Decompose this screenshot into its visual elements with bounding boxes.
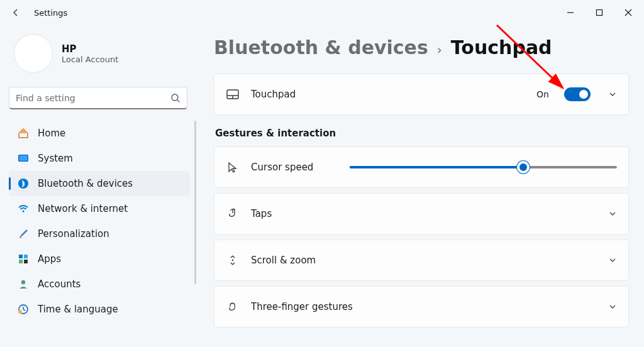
profile-name: HP <box>62 43 118 55</box>
sidebar-item-label: System <box>38 153 73 164</box>
svg-point-20 <box>232 260 233 261</box>
chevron-down-icon[interactable] <box>608 256 617 265</box>
sidebar-item-bluetooth-devices[interactable]: Bluetooth & devices <box>9 171 190 196</box>
search-input[interactable] <box>16 93 170 103</box>
avatar <box>14 34 53 73</box>
tap-icon <box>226 207 240 221</box>
sidebar-item-home[interactable]: Home <box>9 121 190 146</box>
sidebar-item-time-language[interactable]: Time & language <box>9 297 190 322</box>
svg-point-9 <box>22 210 24 212</box>
apps-icon <box>18 253 29 265</box>
touchpad-card-label: Touchpad <box>251 89 296 100</box>
sidebar-item-accounts[interactable]: Accounts <box>9 272 190 297</box>
three-finger-label: Three-finger gestures <box>251 301 353 312</box>
svg-rect-1 <box>597 10 602 16</box>
profile-block[interactable]: HP Local Account <box>14 34 196 73</box>
taps-label: Taps <box>251 208 272 219</box>
scroll-zoom-card[interactable]: Scroll & zoom <box>214 240 629 281</box>
cursor-speed-slider[interactable] <box>350 160 617 174</box>
svg-rect-13 <box>24 260 28 263</box>
sidebar-item-label: Apps <box>38 253 61 265</box>
sidebar-item-label: Time & language <box>38 304 118 315</box>
search-box[interactable] <box>9 87 187 109</box>
search-icon <box>170 93 180 103</box>
chevron-right-icon: › <box>437 42 442 57</box>
scroll-icon <box>226 253 240 267</box>
sidebar-item-apps[interactable]: Apps <box>9 246 190 272</box>
svg-point-14 <box>21 280 25 284</box>
cursor-speed-card: Cursor speed <box>214 146 629 188</box>
clock-icon <box>18 304 29 315</box>
svg-rect-7 <box>19 155 28 161</box>
person-icon <box>18 278 29 290</box>
svg-rect-12 <box>19 260 23 263</box>
touchpad-toggle-card[interactable]: Touchpad On <box>214 74 629 115</box>
close-button[interactable] <box>614 0 643 25</box>
brush-icon <box>18 228 29 240</box>
sidebar: HP Local Account Home System Bluetooth &… <box>0 25 196 347</box>
chevron-down-icon[interactable] <box>608 302 617 311</box>
three-finger-icon <box>226 300 240 314</box>
three-finger-card[interactable]: Three-finger gestures <box>214 286 629 328</box>
minimize-button[interactable] <box>556 0 585 25</box>
bluetooth-icon <box>18 178 29 189</box>
sidebar-item-label: Home <box>38 128 65 139</box>
sidebar-item-label: Network & internet <box>38 203 128 214</box>
wifi-icon <box>18 203 29 214</box>
section-header: Gestures & interaction <box>215 128 629 139</box>
breadcrumb-current: Touchpad <box>451 36 552 58</box>
taps-card[interactable]: Taps <box>214 193 629 234</box>
svg-line-5 <box>177 100 180 102</box>
window-controls <box>556 0 643 25</box>
breadcrumb-parent[interactable]: Bluetooth & devices <box>214 36 428 58</box>
svg-rect-10 <box>19 255 23 258</box>
svg-point-4 <box>172 94 178 101</box>
maximize-button[interactable] <box>585 0 614 25</box>
profile-account: Local Account <box>62 55 118 64</box>
touchpad-toggle[interactable] <box>564 87 591 101</box>
scroll-zoom-label: Scroll & zoom <box>251 255 316 266</box>
cursor-icon <box>226 160 240 174</box>
system-icon <box>18 153 29 164</box>
window-title: Settings <box>34 8 67 18</box>
sidebar-item-personalization[interactable]: Personalization <box>9 221 190 246</box>
svg-rect-11 <box>24 255 28 258</box>
back-button[interactable] <box>9 6 23 19</box>
breadcrumb: Bluetooth & devices › Touchpad <box>214 36 629 58</box>
chevron-down-icon[interactable] <box>608 209 617 218</box>
titlebar: Settings <box>0 0 644 25</box>
cursor-speed-label: Cursor speed <box>251 162 313 173</box>
svg-point-16 <box>18 310 22 314</box>
sidebar-item-label: Personalization <box>38 228 109 240</box>
main-content: Bluetooth & devices › Touchpad Touchpad … <box>196 25 644 347</box>
sidebar-item-system[interactable]: System <box>9 146 190 171</box>
sidebar-item-label: Accounts <box>38 278 80 290</box>
sidebar-item-network[interactable]: Network & internet <box>9 196 190 221</box>
sidebar-item-label: Bluetooth & devices <box>38 178 133 189</box>
nav-list: Home System Bluetooth & devices Network … <box>9 121 196 322</box>
touchpad-icon <box>226 87 240 101</box>
expand-toggle[interactable] <box>608 90 617 99</box>
touchpad-state-text: On <box>536 89 549 99</box>
home-icon <box>18 128 29 139</box>
